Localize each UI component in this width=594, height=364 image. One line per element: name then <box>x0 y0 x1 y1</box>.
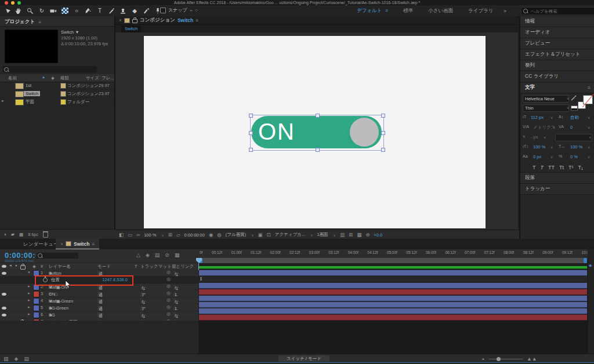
font-style-dropdown[interactable]: Thin <box>523 104 569 112</box>
track-matte-column[interactable]: トラックマット <box>140 264 172 270</box>
layer-duration-bar[interactable] <box>198 289 588 295</box>
visibility-toggle[interactable] <box>2 272 6 275</box>
parent-pickwhip-icon[interactable]: ◎ <box>166 283 171 289</box>
panel-menu-icon[interactable]: ≡ <box>588 85 591 90</box>
camera-tool[interactable] <box>49 6 58 15</box>
help-search-input[interactable] <box>530 8 593 14</box>
take-snapshot-icon[interactable]: ◧ <box>119 232 124 238</box>
track-matte-dropdown[interactable]: アルファ∨ <box>140 305 143 311</box>
graph-editor-icon[interactable]: ▦ <box>175 252 180 258</box>
label-color-swatch[interactable] <box>33 298 39 304</box>
layer-name[interactable]: BG <box>49 312 55 318</box>
timeline-zoom-control[interactable]: ▲ ▲▲ <box>481 356 537 362</box>
composition-tab[interactable]: × コンポジション Switch ≡ <box>115 16 518 25</box>
switches-modes-button[interactable]: スイッチ / モード <box>278 355 329 362</box>
label-column-icon[interactable]: ◈ <box>51 75 55 81</box>
paragraph-panel-tab[interactable]: 段落 <box>525 174 535 181</box>
pen-tool[interactable] <box>84 6 93 15</box>
marker-bin-icon[interactable]: ◆ <box>589 263 592 268</box>
channel-icon[interactable]: ◍ <box>217 232 221 238</box>
stroke-style-dropdown[interactable] <box>555 134 592 141</box>
rotation-tool[interactable]: ↻ <box>37 6 46 15</box>
expand-arrow[interactable]: ► <box>27 292 31 295</box>
expand-arrow[interactable]: ► <box>1 99 5 103</box>
project-item-row[interactable]: ►平面フォルダー <box>0 98 114 106</box>
stopwatch-icon[interactable] <box>43 278 48 282</box>
panel-close-icon[interactable]: × <box>119 17 122 23</box>
selection-tool[interactable]: ▶ <box>1 5 13 17</box>
help-search-box[interactable] <box>521 7 594 15</box>
composition-canvas[interactable]: ON <box>144 36 486 228</box>
layer-row[interactable]: ►3T □ON通常∨アルファ∨◎1. Button∨ <box>0 290 198 297</box>
timeline-scrollbar-gutter[interactable]: ◆ <box>588 249 594 354</box>
panel-tab-オーディオ[interactable]: オーディオ <box>525 29 550 36</box>
preserve-transparency-column[interactable]: T <box>135 264 137 269</box>
stroke-width-value[interactable]: - px <box>531 134 538 140</box>
parent-dropdown[interactable]: なし∨ <box>173 285 176 290</box>
number-column[interactable]: # <box>41 264 43 269</box>
layer-name[interactable]: BG-Green <box>49 305 68 311</box>
parent-pickwhip-icon[interactable]: ◎ <box>166 290 171 296</box>
expand-arrow[interactable]: ► <box>27 312 31 316</box>
zoom-tool[interactable] <box>26 6 35 15</box>
timeline-search-box[interactable] <box>36 253 78 259</box>
view-layout-popup[interactable]: 1画面 <box>317 232 328 238</box>
roto-brush-tool[interactable] <box>142 6 151 15</box>
selection-handle[interactable] <box>249 114 253 118</box>
panel-menu-icon[interactable]: ≡ <box>195 17 198 23</box>
track-matte-dropdown[interactable]: なし∨ <box>140 285 143 290</box>
workspace-tab-デフォルト[interactable]: デフォルト <box>357 8 382 14</box>
sort-ascending-icon[interactable]: ▲ <box>42 75 45 79</box>
video-column-icon[interactable] <box>2 265 6 268</box>
track-matte-dropdown[interactable]: なし∨ <box>140 299 143 304</box>
trash-icon[interactable] <box>43 231 48 238</box>
zoom-out-icon[interactable]: ▲ <box>481 357 485 361</box>
track-matte-dropdown[interactable]: なし∨ <box>140 312 143 318</box>
panel-tab-エフェクト＆プリセット[interactable]: エフェクト＆プリセット <box>525 51 581 58</box>
parent-dropdown[interactable]: 1. Button∨ <box>173 292 176 297</box>
faux-style-button-3[interactable]: Tt <box>559 165 564 170</box>
project-search-box[interactable] <box>2 66 97 72</box>
panel-tab-整列[interactable]: 整列 <box>525 62 535 69</box>
project-bit-depth[interactable]: 8 bpc <box>28 232 38 236</box>
selection-handle[interactable] <box>381 131 385 135</box>
baseline-shift-value[interactable]: 0 px <box>533 154 541 159</box>
vertical-scale-value[interactable]: 100 % <box>533 144 545 150</box>
layer-name[interactable]: Matte-Green <box>49 299 73 304</box>
layer-name-column[interactable]: レイヤー名 <box>49 264 71 270</box>
font-size-value[interactable]: 112 px <box>531 115 544 120</box>
layer-duration-bar[interactable] <box>198 308 588 314</box>
selection-handle[interactable] <box>381 114 385 118</box>
panel-tab-情報[interactable]: 情報 <box>525 18 535 25</box>
solo-column-icon[interactable]: ● <box>15 264 17 267</box>
work-area-bar[interactable] <box>199 258 587 263</box>
layer-duration-bar[interactable] <box>198 295 588 301</box>
eraser-tool[interactable]: ◆ <box>130 6 139 15</box>
selection-handle[interactable] <box>249 131 253 135</box>
label-color-swatch[interactable] <box>33 291 39 297</box>
horizontal-scale-value[interactable]: 100 % <box>570 144 582 150</box>
new-folder-icon[interactable]: ▰ <box>11 232 15 237</box>
hand-tool[interactable] <box>14 6 23 15</box>
leading-value[interactable]: 自動 <box>570 115 579 121</box>
selected-comp-name[interactable]: Switch ▼ <box>61 30 108 35</box>
project-item-row[interactable]: Switchコンポジション23.97 <box>0 90 114 98</box>
tsume-value[interactable]: 0 % <box>570 154 578 159</box>
blend-mode-dropdown[interactable]: 通常∨ <box>97 299 100 304</box>
visibility-toggle[interactable] <box>2 293 6 296</box>
tab-close-icon[interactable]: × <box>60 241 63 247</box>
label-color-swatch[interactable] <box>33 312 39 318</box>
label-color-swatch[interactable] <box>60 91 66 97</box>
zoom-in-icon[interactable]: ▲▲ <box>527 356 537 362</box>
snapshot-camera-icon[interactable]: ◉ <box>209 232 213 238</box>
resolution-popup[interactable]: (フル画質) <box>226 232 246 238</box>
snap-options-icon[interactable]: ⌁ ⁘ <box>190 8 198 13</box>
interpret-footage-icon[interactable]: ◑ <box>3 232 6 237</box>
project-item-row[interactable]: 1stコンポジション29.97 <box>0 82 114 90</box>
column-frame[interactable]: フレ... <box>102 75 114 81</box>
blend-mode-dropdown[interactable]: 通常∨ <box>97 271 100 276</box>
layer-row[interactable]: ►6★BG通常∨なし∨◎なし∨ <box>0 311 198 318</box>
mode-column[interactable]: モード <box>97 264 111 270</box>
panel-tab-プレビュー[interactable]: プレビュー <box>525 40 550 47</box>
flowchart-icon[interactable]: ⊛ <box>365 232 370 238</box>
